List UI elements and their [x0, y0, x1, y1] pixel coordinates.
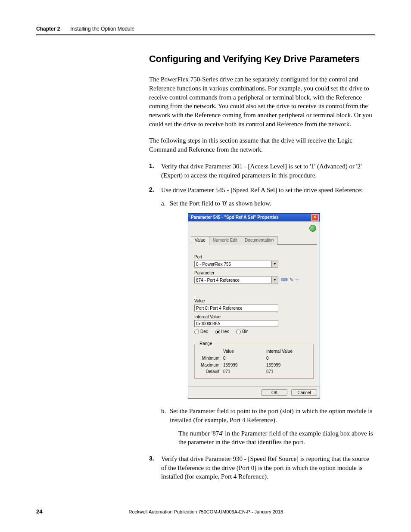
- intro-paragraph-1: The PowerFlex 750-Series drive can be se…: [149, 75, 375, 128]
- range-header-internal: Internal Value: [266, 348, 309, 355]
- range-legend: Range: [198, 341, 213, 347]
- range-max-value: 159999: [223, 362, 266, 368]
- cancel-button[interactable]: Cancel: [291, 389, 317, 396]
- header-rule: [36, 34, 375, 35]
- parameter-properties-dialog: Parameter 545 - "Spd Ref A Sel" Properti…: [188, 213, 320, 399]
- range-min-label: Minimum:: [198, 355, 223, 361]
- tab-numeric-edit[interactable]: Numeric Edit: [209, 236, 241, 245]
- page-footer: 24 Rockwell Automation Publication 750CO…: [36, 508, 375, 515]
- step-letter: b.: [161, 407, 166, 416]
- step-number: 2.: [149, 186, 154, 194]
- port-combobox[interactable]: 0 - PowerFlex 755 ▼: [194, 261, 278, 268]
- range-max-label: Maximum:: [198, 362, 223, 368]
- step-1: 1. Verify that drive Parameter 301 - [Ac…: [149, 162, 375, 180]
- step-2b-note: The number '874' in the Parameter field …: [178, 429, 375, 447]
- procedure-list: 1. Verify that drive Parameter 301 - [Ac…: [149, 162, 375, 481]
- ok-button[interactable]: OK: [262, 389, 287, 396]
- main-content: Configuring and Verifying Key Drive Para…: [149, 53, 375, 481]
- dialog-tabs: Value Numeric Edit Documentation: [191, 236, 317, 245]
- step-2b-text: Set the Parameter field to point to the …: [170, 408, 372, 423]
- page-header: Chapter 2 Installing the Option Module: [36, 26, 375, 32]
- value-label: Value: [194, 298, 314, 304]
- step-2a: a. Set the Port field to '0' as shown be…: [161, 199, 375, 208]
- internal-value-label: Internal Value: [194, 314, 314, 320]
- globe-icon[interactable]: [309, 225, 316, 232]
- range-default-label: Default:: [198, 369, 223, 375]
- port-label: Port: [194, 254, 314, 260]
- tab-documentation[interactable]: Documentation: [241, 236, 277, 245]
- keyboard-icon[interactable]: ⌨: [281, 277, 288, 283]
- radix-radios: Dec Hex Bin: [194, 329, 314, 335]
- step-3: 3. Verify that drive Parameter 930 - [Sp…: [149, 454, 375, 481]
- step-2a-text: Set the Port field to '0' as shown below…: [170, 200, 271, 207]
- range-header-value: Value: [223, 348, 266, 355]
- step-number: 1.: [149, 162, 154, 170]
- radio-dec[interactable]: Dec: [194, 329, 208, 334]
- value-field[interactable]: Port 0: Port 4 Reference: [194, 305, 278, 311]
- chapter-title: Installing the Option Module: [70, 26, 134, 32]
- dialog-titlebar[interactable]: Parameter 545 - "Spd Ref A Sel" Properti…: [188, 214, 320, 221]
- internal-value-field[interactable]: 0x0000036A: [194, 320, 278, 327]
- step-2b: b. Set the Parameter field to point to t…: [161, 407, 375, 447]
- step-letter: a.: [161, 199, 165, 208]
- range-default-internal: 871: [266, 369, 309, 375]
- step-1-text: Verify that drive Parameter 301 - [Acces…: [161, 163, 362, 179]
- step-number: 3.: [149, 454, 154, 463]
- range-fieldset: Range Value Internal Value Minimum: 0 0 …: [194, 341, 314, 379]
- radio-hex[interactable]: Hex: [215, 329, 229, 334]
- dialog-title: Parameter 545 - "Spd Ref A Sel" Properti…: [191, 215, 279, 221]
- parameter-value: 874 - Port 4 Reference: [195, 277, 271, 283]
- tab-value[interactable]: Value: [191, 236, 209, 245]
- section-heading: Configuring and Verifying Key Drive Para…: [149, 53, 375, 65]
- chevron-down-icon[interactable]: ▼: [271, 261, 278, 267]
- range-min-value: 0: [223, 355, 266, 361]
- step-3-text: Verify that drive Parameter 930 - [Speed…: [161, 455, 369, 480]
- publication-info: Rockwell Automation Publication 750COM-U…: [128, 509, 375, 514]
- range-max-internal: 159999: [266, 362, 309, 368]
- tree-icon[interactable]: ☷: [295, 277, 299, 283]
- port-value: 0 - PowerFlex 755: [195, 261, 271, 267]
- page-number: 24: [36, 508, 42, 515]
- close-icon[interactable]: ×: [311, 214, 319, 221]
- step-2: 2. Use drive Parameter 545 - [Speed Ref …: [149, 186, 375, 447]
- chapter-label: Chapter 2: [36, 26, 60, 32]
- radio-bin[interactable]: Bin: [236, 329, 248, 334]
- chevron-down-icon[interactable]: ▼: [271, 277, 278, 283]
- parameter-combobox[interactable]: 874 - Port 4 Reference ▼: [194, 277, 278, 283]
- step-2-text: Use drive Parameter 545 - [Speed Ref A S…: [161, 187, 363, 193]
- intro-paragraph-2: The following steps in this section assu…: [149, 136, 375, 154]
- range-default-value: 871: [223, 369, 266, 375]
- parameter-label: Parameter: [194, 270, 314, 276]
- range-min-internal: 0: [266, 355, 309, 361]
- wizard-icon[interactable]: ✎: [290, 277, 293, 283]
